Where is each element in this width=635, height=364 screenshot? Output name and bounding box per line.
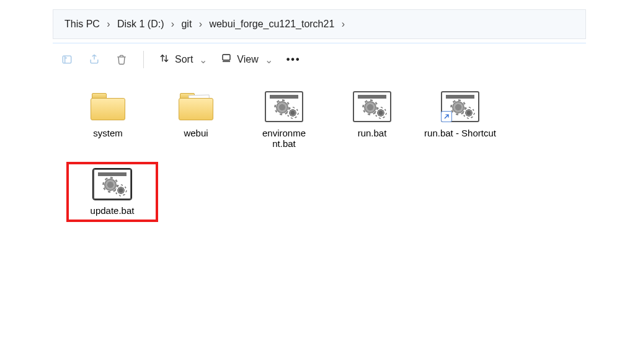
file-label: webui (184, 128, 208, 138)
breadcrumb-item[interactable]: This PC (62, 16, 102, 32)
view-button[interactable]: View ⌄ (221, 53, 272, 66)
breadcrumb-item[interactable]: webui_forge_cu121_torch21 (206, 16, 337, 32)
file-item[interactable]: webui (156, 89, 236, 149)
bat-file-icon (262, 89, 306, 124)
bat-file-icon (438, 89, 482, 124)
chevron-right-icon: › (194, 19, 206, 30)
view-icon (221, 53, 232, 66)
file-item[interactable]: system (68, 89, 148, 149)
breadcrumb[interactable]: This PC › Disk 1 (D:) › git › webui_forg… (53, 9, 586, 39)
chevron-down-icon: ⌄ (199, 54, 207, 66)
bat-file-icon (91, 167, 134, 202)
chevron-down-icon: ⌄ (265, 54, 273, 66)
sort-label: Sort (175, 54, 193, 65)
file-grid: systemwebuienvironment.batrun.batrun.bat… (53, 76, 586, 232)
ellipsis-icon: ••• (286, 54, 301, 65)
bat-file-icon (350, 89, 394, 124)
folder-icon (174, 89, 218, 124)
divider (143, 51, 144, 68)
svg-rect-0 (63, 56, 71, 63)
breadcrumb-item[interactable]: Disk 1 (D:) (115, 16, 167, 32)
file-label: system (93, 128, 123, 138)
chevron-right-icon: › (166, 19, 179, 30)
toolbar: Sort ⌄ View ⌄ ••• (53, 43, 586, 76)
file-label: run.bat - Shortcut (424, 128, 496, 138)
breadcrumb-item[interactable]: git (179, 16, 194, 32)
view-label: View (237, 54, 258, 65)
sort-button[interactable]: Sort ⌄ (159, 53, 207, 66)
share-icon[interactable] (87, 53, 101, 66)
file-item[interactable]: run.bat (332, 89, 412, 149)
chevron-right-icon: › (337, 19, 349, 30)
folder-icon (86, 89, 130, 124)
file-item[interactable]: update.bat (68, 163, 157, 221)
shortcut-overlay-icon (441, 111, 452, 122)
sort-icon (159, 53, 170, 66)
file-label: run.bat (358, 128, 387, 138)
rename-icon[interactable] (60, 53, 74, 66)
svg-rect-1 (223, 55, 230, 60)
file-item[interactable]: run.bat - Shortcut (420, 89, 500, 149)
chevron-right-icon: › (102, 19, 115, 30)
trash-icon[interactable] (115, 53, 128, 66)
file-item[interactable]: environment.bat (244, 89, 324, 149)
file-label: update.bat (91, 205, 135, 216)
file-label: environment.bat (262, 128, 306, 149)
more-button[interactable]: ••• (286, 54, 301, 65)
